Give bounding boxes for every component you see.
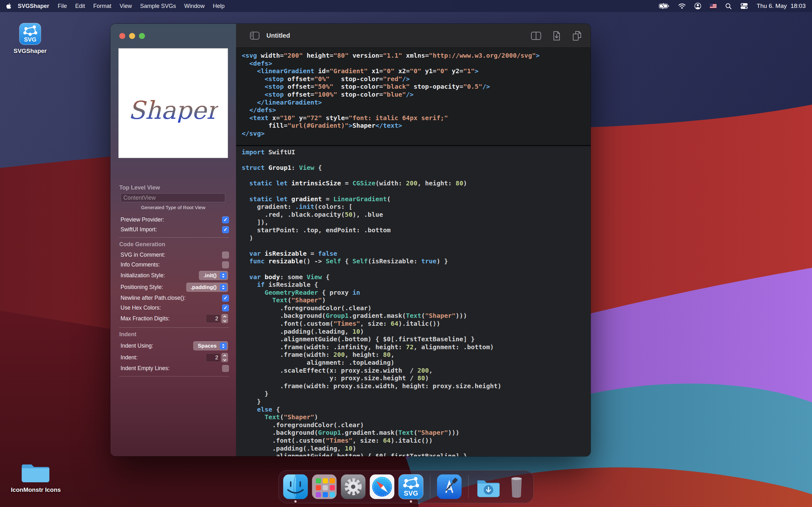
label-use-hex-colors: Use Hex Colors: [120, 304, 161, 311]
code-line: .font(.custom("Times", size: 64).italic(… [242, 437, 591, 445]
code-line: <svg width="200" height="80" version="1.… [242, 52, 591, 60]
use-hex-colors-checkbox[interactable]: ✓ [222, 304, 229, 312]
menu-item-format[interactable]: Format [89, 0, 115, 12]
swiftui-import-checkbox[interactable]: ✓ [222, 226, 229, 233]
code-line: } [242, 398, 591, 406]
code-line: } [242, 390, 591, 398]
max-fraction-digits-stepper-value[interactable]: 2 [206, 314, 220, 323]
dock-xcode-icon[interactable] [437, 474, 462, 499]
dock-trash-icon[interactable] [504, 474, 529, 499]
positioning-style-popup-value: .padding() [191, 284, 217, 291]
account-icon[interactable] [694, 3, 701, 9]
sidebar-divider [119, 237, 229, 238]
initialization-style-popup-value: .init() [203, 273, 217, 279]
info-comments-checkbox[interactable] [222, 262, 229, 268]
dock-system-preferences-icon[interactable] [341, 474, 366, 499]
battery-icon[interactable] [659, 3, 670, 9]
dock-finder-icon[interactable] [283, 474, 308, 499]
row-swiftui-import: SwiftUI Import:✓ [110, 225, 236, 234]
window-title: Untitled [266, 32, 290, 39]
preview-provider-checkbox[interactable]: ✓ [222, 216, 229, 223]
code-line: gradient: .init(colors: [ [242, 203, 591, 211]
indent-stepper-buttons[interactable] [221, 353, 228, 362]
zoom-window-button[interactable] [139, 33, 145, 39]
code-line: <stop offset="100%" stop-color="blue"/> [242, 91, 591, 99]
sidebar-settings: Top Level ViewGenerated Type of Root Vie… [110, 184, 236, 379]
root-view-name-field[interactable] [120, 193, 225, 202]
label-indent: Indent: [120, 354, 138, 361]
label-initialization-style: Initialization Style: [120, 272, 165, 279]
indent-stepper-value[interactable]: 2 [206, 353, 220, 362]
dock-divider [430, 475, 430, 498]
running-indicator [410, 500, 412, 503]
search-icon[interactable] [725, 3, 732, 9]
menu-bar-clock[interactable]: Thu 6. May 18:03 [757, 3, 806, 9]
sidebar-toggle-icon[interactable] [250, 32, 259, 40]
window-sidebar: Shaper Top Level ViewGenerated Type of R… [110, 24, 236, 456]
code-line: Text("Shaper") [242, 413, 591, 421]
us-flag-icon[interactable] [710, 4, 716, 8]
close-window-button[interactable] [119, 33, 125, 39]
code-line: ]), [242, 218, 591, 226]
desktop-icon-svgshaper[interactable]: SVG SVGShaper [3, 23, 57, 55]
chevron-up-down-icon [220, 343, 227, 349]
dock-divider [468, 475, 469, 498]
code-line: .foregroundColor(.clear) [242, 304, 591, 312]
indent-using-popup[interactable]: Spaces [193, 341, 228, 350]
step-down-icon[interactable] [221, 319, 228, 323]
menu-item-window[interactable]: Window [180, 0, 209, 12]
code-line: var isResizable = false [242, 250, 591, 258]
split-view-icon[interactable] [531, 32, 541, 40]
minimize-window-button[interactable] [129, 33, 135, 39]
wifi-icon[interactable] [678, 3, 686, 9]
code-line: .red, .black.opacity(50), .blue [242, 211, 591, 219]
step-up-icon[interactable] [221, 314, 228, 319]
export-document-icon[interactable] [553, 31, 561, 41]
initialization-style-popup[interactable]: .init() [199, 271, 228, 280]
clock-time: 18:03 [791, 3, 806, 9]
max-fraction-digits-stepper-buttons[interactable] [221, 314, 228, 323]
chevron-up-down-icon [220, 272, 227, 279]
code-line: <stop offset="0%" stop-color="red"/> [242, 75, 591, 83]
svg-in-comment-checkbox[interactable] [222, 251, 229, 259]
menu-item-edit[interactable]: Edit [71, 0, 89, 12]
running-indicator [294, 500, 297, 503]
code-line: <stop offset="50%" stop-color="black" st… [242, 83, 591, 91]
code-line: .alignmentGuide(.bottom) { $0[.firstText… [242, 335, 591, 343]
label-indent-using: Indent Using: [120, 343, 153, 349]
svgshaper-app-icon: SVG [19, 23, 41, 45]
caption-generated-type-of-root-view: Generated Type of Root View [110, 205, 236, 211]
step-up-icon[interactable] [221, 353, 228, 358]
step-down-icon[interactable] [221, 358, 228, 362]
code-line: y: proxy.size.height / 80) [242, 374, 591, 382]
menu-item-view[interactable]: View [115, 0, 136, 12]
window-main-pane: Untitled <svg width="200" height="80" ve… [236, 24, 591, 456]
apple-menu-icon[interactable] [6, 3, 11, 9]
row-preview-provider: Preview Provider:✓ [110, 215, 236, 225]
dock-launchpad-icon[interactable] [312, 474, 337, 499]
label-svg-in-comment: SVG in Comment: [120, 251, 165, 258]
code-line: </svg> [242, 130, 591, 137]
menu-item-file[interactable]: File [54, 0, 71, 12]
code-line: GeometryReader { proxy in [242, 289, 591, 297]
swiftui-code-output[interactable]: import SwiftUIstruct Group1: View { stat… [236, 146, 591, 456]
row-indent-empty-lines: Indent Empty Lines: [110, 363, 236, 373]
newline-after-path-close-checkbox[interactable]: ✓ [222, 295, 229, 302]
dock-safari-icon[interactable] [369, 474, 395, 499]
positioning-style-popup[interactable]: .padding() [186, 283, 228, 292]
code-line: static let intrinsicSize = CGSize(width:… [242, 179, 591, 187]
control-center-icon[interactable] [740, 3, 748, 9]
desktop-icon-iconmonstr-folder[interactable]: IconMonstr Icons [9, 459, 63, 493]
indent-empty-lines-checkbox[interactable] [222, 365, 229, 372]
clock-date: Thu 6. May [757, 3, 786, 9]
code-line [242, 156, 591, 164]
dock-downloads-icon[interactable] [475, 474, 501, 499]
svg-source-editor[interactable]: <svg width="200" height="80" version="1.… [236, 48, 591, 145]
dock: SVG [278, 470, 534, 503]
copy-icon[interactable] [572, 31, 582, 41]
menu-item-help[interactable]: Help [209, 0, 229, 12]
dock-svgshaper-icon[interactable]: SVG [398, 474, 424, 499]
menu-item-sample-svgs[interactable]: Sample SVGs [136, 0, 180, 12]
menu-item-app-name[interactable]: SVGShaper [13, 0, 54, 12]
indent-using-popup-value: Spaces [198, 343, 217, 349]
